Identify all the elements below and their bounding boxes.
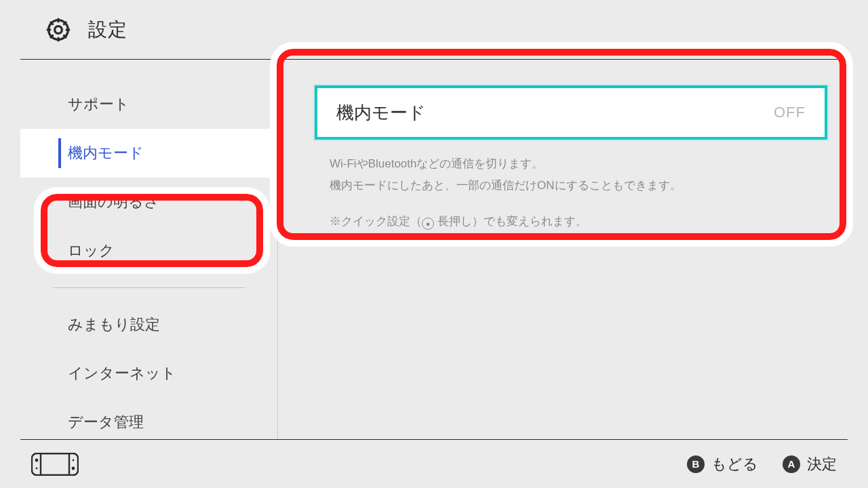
sidebar-item-label: ロック xyxy=(68,241,115,261)
desc-line: 機内モードにしたあと、一部の通信だけONにすることもできます。 xyxy=(330,175,825,197)
page-title: 設定 xyxy=(88,17,127,43)
sidebar-item-lock[interactable]: ロック xyxy=(20,226,277,275)
svg-point-7 xyxy=(72,466,75,470)
toggle-value: OFF xyxy=(774,104,806,121)
header: 設定 xyxy=(20,0,848,60)
airplane-mode-toggle[interactable]: 機内モード OFF xyxy=(315,85,827,140)
hint-label: 決定 xyxy=(807,454,837,474)
desc-line: Wi-FiやBluetoothなどの通信を切ります。 xyxy=(330,153,825,175)
hint-label: もどる xyxy=(711,454,758,474)
sidebar-divider xyxy=(53,287,245,288)
sidebar-item-support[interactable]: サポート xyxy=(20,80,277,129)
b-button-icon: B xyxy=(687,455,705,473)
desc-note: ※クイック設定（● 長押し）でも変えられます。 xyxy=(330,211,825,232)
svg-point-6 xyxy=(73,459,75,461)
svg-rect-2 xyxy=(32,453,78,475)
sidebar-item-airplane-mode[interactable]: 機内モード xyxy=(20,129,277,178)
footer: B もどる A 決定 xyxy=(20,439,848,488)
gear-icon xyxy=(45,16,72,43)
home-button-icon: ● xyxy=(422,218,434,230)
controller-icon xyxy=(31,453,79,476)
svg-point-0 xyxy=(55,26,62,33)
toggle-label: 機内モード xyxy=(336,101,426,125)
sidebar-item-label: データ管理 xyxy=(68,412,144,432)
svg-rect-3 xyxy=(41,453,69,475)
a-button-icon: A xyxy=(783,455,800,473)
svg-point-1 xyxy=(49,20,68,39)
sidebar-item-internet[interactable]: インターネット xyxy=(20,349,277,398)
sidebar-item-label: インターネット xyxy=(68,363,176,384)
sidebar-item-label: 機内モード xyxy=(68,143,144,163)
footer-hint-ok[interactable]: A 決定 xyxy=(783,454,837,474)
sidebar-item-label: サポート xyxy=(68,94,130,115)
sidebar-item-label: みまもり設定 xyxy=(68,314,160,335)
content: サポート 機内モード 画面の明るさ ロック みまもり設定 インターネット データ… xyxy=(20,60,848,439)
footer-hint-back[interactable]: B もどる xyxy=(687,454,758,474)
main-panel: 機内モード OFF Wi-FiやBluetoothなどの通信を切ります。 機内モ… xyxy=(278,60,848,439)
svg-point-5 xyxy=(36,467,38,469)
svg-point-4 xyxy=(35,458,39,462)
sidebar-item-brightness[interactable]: 画面の明るさ xyxy=(20,178,277,226)
sidebar-item-label: 画面の明るさ xyxy=(68,192,159,212)
description: Wi-FiやBluetoothなどの通信を切ります。 機内モードにしたあと、一部… xyxy=(315,140,827,232)
sidebar: サポート 機内モード 画面の明るさ ロック みまもり設定 インターネット データ… xyxy=(20,60,278,439)
sidebar-item-parental[interactable]: みまもり設定 xyxy=(20,300,277,349)
